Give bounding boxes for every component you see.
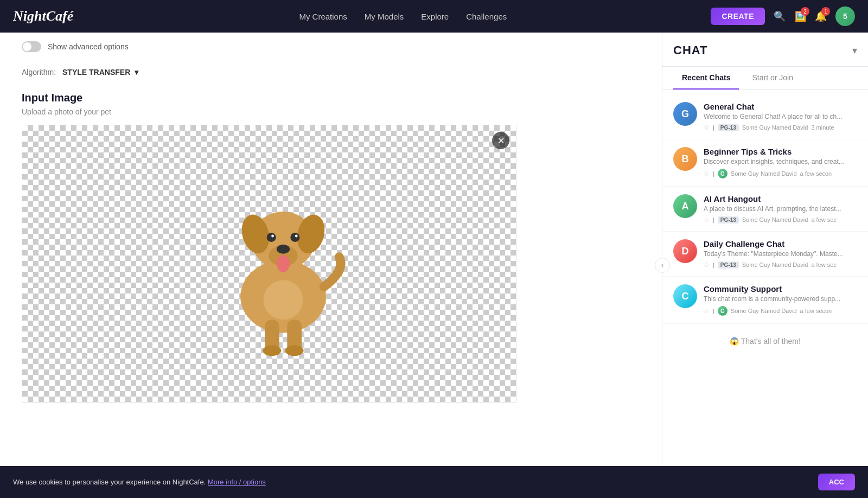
separator-beginner: |: [713, 170, 714, 177]
chat-info-daily: Daily Challenge Chat Today's Theme: "Mas…: [704, 239, 857, 269]
notifications-button[interactable]: 🔔 1: [815, 10, 827, 22]
user-general: Some Guy Named David: [742, 124, 808, 131]
star-icon-general[interactable]: ☆: [704, 124, 710, 131]
chat-info-general: General Chat Welcome to General Chat! A …: [704, 102, 857, 131]
image-canvas[interactable]: ✕: [22, 125, 516, 403]
svg-point-5: [277, 245, 290, 254]
chat-name-community: Community Support: [704, 284, 857, 293]
star-icon-community[interactable]: ☆: [704, 307, 710, 315]
chat-title: CHAT: [673, 43, 707, 66]
svg-point-9: [295, 235, 298, 238]
chat-sidebar: ‹ CHAT ▾ Recent Chats Start or Join G Ge…: [662, 33, 868, 498]
search-button[interactable]: 🔍: [774, 10, 786, 22]
svg-point-6: [267, 233, 276, 242]
chat-end-message: 😱 That's all of them!: [662, 324, 868, 359]
main-nav: My Creations My Models Explore Challenge…: [95, 12, 711, 21]
tab-recent-chats[interactable]: Recent Chats: [673, 67, 739, 90]
separator-daily: |: [713, 261, 714, 268]
cookie-banner: We use cookies to personalise your exper…: [0, 466, 868, 498]
star-icon-daily[interactable]: ☆: [704, 261, 710, 269]
nav-item-challenges[interactable]: Challenges: [466, 12, 507, 21]
checkerboard-bg: [22, 125, 516, 402]
svg-point-8: [290, 233, 299, 242]
nav-item-my-models[interactable]: My Models: [365, 12, 404, 21]
nav-item-my-creations[interactable]: My Creations: [299, 12, 347, 21]
svg-point-13: [263, 346, 281, 356]
user-avatar-small-beginner: G: [718, 169, 727, 178]
dog-svg: [213, 171, 354, 356]
chat-meta-daily: ☆ | PG-13 Some Guy Named David a few sec: [704, 261, 857, 269]
time-community: a few secon: [800, 308, 832, 314]
svg-point-14: [285, 346, 304, 356]
user-badge: 5: [843, 12, 847, 21]
top-controls: Show advanced options: [22, 33, 640, 61]
user-avatar[interactable]: 5: [835, 7, 855, 26]
show-advanced-label: Show advanced options: [48, 42, 129, 51]
chat-name-daily: Daily Challenge Chat: [704, 239, 857, 248]
algorithm-select[interactable]: STYLE TRANSFER ▾: [62, 68, 138, 76]
chat-avatar-ai: A: [673, 194, 697, 218]
cookie-more-info-link[interactable]: More info / options: [208, 478, 266, 486]
chat-desc-ai-art: A place to discuss AI Art, prompting, th…: [704, 205, 857, 213]
svg-point-10: [277, 255, 290, 272]
star-icon-beginner[interactable]: ☆: [704, 170, 710, 177]
input-image-section: Input Image Upload a photo of your pet: [22, 92, 640, 403]
chat-desc-daily: Today's Theme: "Masterpiece Monday". Mas…: [704, 250, 857, 258]
header-right: CREATE 🔍 🖼️ 2 🔔 1 5: [711, 7, 855, 26]
chat-item-general[interactable]: G General Chat Welcome to General Chat! …: [662, 94, 868, 139]
chat-name-beginner: Beginner Tips & Tricks: [704, 147, 857, 156]
cookie-text: We use cookies to personalise your exper…: [13, 478, 266, 486]
close-icon: ✕: [497, 136, 505, 146]
pg-badge-daily: PG-13: [718, 261, 739, 269]
pg-badge-general: PG-13: [718, 124, 739, 131]
create-button[interactable]: CREATE: [711, 8, 765, 25]
logo[interactable]: NightCafé: [13, 8, 73, 24]
time-general: 3 minute: [811, 124, 834, 131]
tab-start-or-join[interactable]: Start or Join: [743, 67, 801, 90]
chat-tabs: Recent Chats Start or Join: [662, 67, 868, 90]
algorithm-value: STYLE TRANSFER: [62, 68, 130, 76]
header: NightCafé My Creations My Models Explore…: [0, 0, 868, 33]
chat-item-daily[interactable]: D Daily Challenge Chat Today's Theme: "M…: [662, 232, 868, 277]
input-image-subtitle: Upload a photo of your pet: [22, 107, 640, 116]
user-daily: Some Guy Named David: [742, 261, 808, 268]
separator-community: |: [713, 308, 714, 314]
svg-point-15: [264, 280, 303, 320]
chat-meta-community: ☆ | G Some Guy Named David a few secon: [704, 306, 857, 316]
chat-collapse-button[interactable]: ▾: [852, 44, 857, 65]
user-beginner: Some Guy Named David: [731, 170, 797, 177]
chat-item-beginner[interactable]: B Beginner Tips & Tricks Discover expert…: [662, 139, 868, 187]
chat-name-general: General Chat: [704, 102, 857, 111]
input-image-title: Input Image: [22, 92, 640, 104]
advanced-options-toggle[interactable]: [22, 41, 41, 52]
cookie-accept-button[interactable]: ACC: [818, 474, 855, 490]
main-layout: Show advanced options Algorithm: STYLE T…: [0, 33, 868, 498]
chat-name-ai-art: AI Art Hangout: [704, 194, 857, 203]
chat-avatar-beginner: B: [673, 147, 697, 171]
chat-item-ai-art[interactable]: A AI Art Hangout A place to discuss AI A…: [662, 187, 868, 232]
remove-image-button[interactable]: ✕: [492, 132, 509, 149]
bell-badge: 1: [821, 7, 830, 16]
chat-item-community[interactable]: C Community Support This chat room is a …: [662, 277, 868, 324]
time-beginner: a few secon: [800, 170, 832, 177]
chat-sidebar-collapse[interactable]: ‹: [655, 258, 670, 273]
images-badge: 2: [801, 7, 809, 16]
chat-chevron-icon: ▾: [852, 45, 857, 56]
chat-info-beginner: Beginner Tips & Tricks Discover expert i…: [704, 147, 857, 178]
chat-meta-beginner: ☆ | G Some Guy Named David a few secon: [704, 169, 857, 178]
chat-header: CHAT ▾: [662, 33, 868, 67]
user-avatar-small-community: G: [718, 306, 727, 316]
svg-point-7: [271, 235, 274, 238]
separator-ai-art: |: [713, 216, 714, 223]
nav-item-explore[interactable]: Explore: [421, 12, 449, 21]
star-icon-ai-art[interactable]: ☆: [704, 216, 710, 224]
chat-avatar-general: G: [673, 102, 697, 126]
chat-meta-ai-art: ☆ | PG-13 Some Guy Named David a few sec: [704, 216, 857, 224]
images-button[interactable]: 🖼️ 2: [794, 10, 806, 22]
chat-desc-general: Welcome to General Chat! A place for all…: [704, 113, 857, 120]
algorithm-label: Algorithm:: [22, 68, 56, 76]
pg-badge-ai-art: PG-13: [718, 216, 739, 224]
chat-list: G General Chat Welcome to General Chat! …: [662, 90, 868, 498]
time-ai-art: a few sec: [811, 216, 836, 223]
chat-avatar-community: C: [673, 284, 697, 308]
